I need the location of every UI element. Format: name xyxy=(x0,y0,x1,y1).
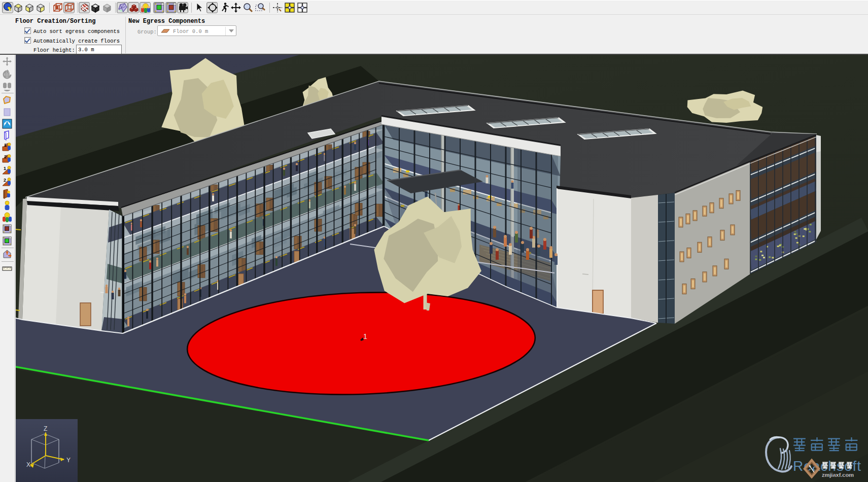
svg-text:zmjiaxf.com: zmjiaxf.com xyxy=(822,472,854,478)
svg-text:1: 1 xyxy=(4,143,7,148)
svg-text:2: 2 xyxy=(4,154,7,159)
svg-text:2: 2 xyxy=(4,178,6,183)
svg-text:1: 1 xyxy=(363,332,367,340)
svg-text:X: X xyxy=(26,461,30,468)
svg-text:Z: Z xyxy=(44,425,47,432)
svg-text:1: 1 xyxy=(4,166,6,171)
svg-text:Y: Y xyxy=(66,457,71,464)
